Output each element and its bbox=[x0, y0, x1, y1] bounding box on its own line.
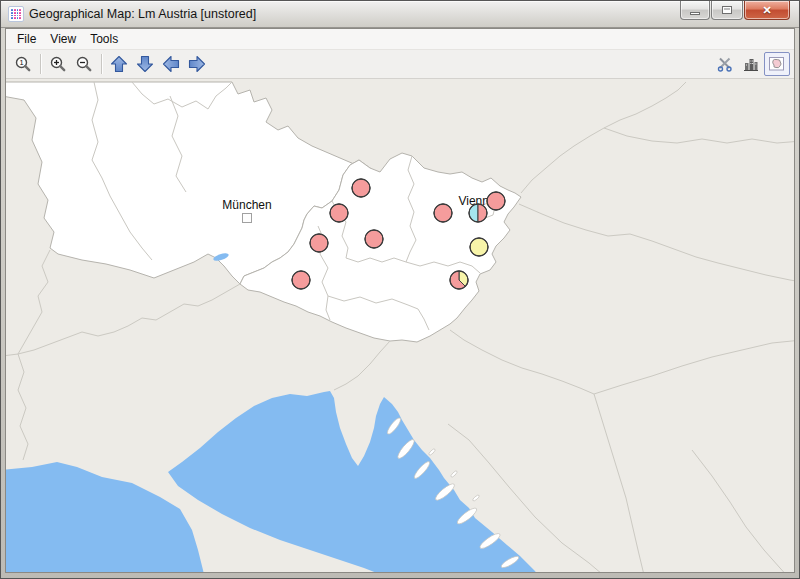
city-square-marker bbox=[243, 214, 252, 223]
data-point-marker[interactable] bbox=[330, 204, 348, 222]
svg-text:1: 1 bbox=[19, 58, 23, 67]
tools-button[interactable] bbox=[712, 52, 738, 76]
arrow-left-icon bbox=[162, 55, 180, 73]
menu-bar: FileViewTools bbox=[6, 29, 794, 50]
data-point-marker[interactable] bbox=[469, 204, 487, 222]
menu-item-view[interactable]: View bbox=[43, 30, 83, 48]
minimize-icon bbox=[690, 12, 700, 15]
close-button[interactable]: ✕ bbox=[744, 1, 790, 20]
data-point-marker[interactable] bbox=[365, 230, 383, 248]
buildings-icon bbox=[742, 55, 760, 73]
geographical-map-window: Geographical Map: Lm Austria [unstored] … bbox=[0, 0, 800, 579]
zoom-out-button[interactable] bbox=[71, 52, 97, 76]
data-point-marker[interactable] bbox=[470, 238, 488, 256]
data-point-marker[interactable] bbox=[310, 234, 328, 252]
toolbar: 1 bbox=[6, 50, 794, 79]
app-icon bbox=[8, 6, 24, 22]
map-svg: MünchenVienna bbox=[6, 79, 794, 572]
city-label: München bbox=[222, 198, 271, 212]
pan-down-button[interactable] bbox=[132, 52, 158, 76]
zoom-original-icon: 1 bbox=[14, 55, 32, 73]
close-icon: ✕ bbox=[762, 5, 771, 16]
zoom-out-icon bbox=[75, 55, 93, 73]
maximize-button[interactable] bbox=[711, 1, 743, 20]
menu-item-file[interactable]: File bbox=[10, 30, 43, 48]
pan-up-button[interactable] bbox=[106, 52, 132, 76]
toolbar-separator bbox=[101, 54, 102, 74]
client-area: FileViewTools 1 bbox=[5, 28, 795, 573]
region-shape-icon bbox=[768, 55, 786, 73]
regions-button[interactable] bbox=[764, 52, 790, 76]
menu-item-tools[interactable]: Tools bbox=[83, 30, 125, 48]
window-title: Geographical Map: Lm Austria [unstored] bbox=[29, 1, 256, 28]
pan-right-button[interactable] bbox=[184, 52, 210, 76]
data-point-marker[interactable] bbox=[352, 179, 370, 197]
cities-button[interactable] bbox=[738, 52, 764, 76]
zoom-original-button[interactable]: 1 bbox=[10, 52, 36, 76]
map-canvas[interactable]: MünchenVienna bbox=[6, 79, 794, 572]
data-point-marker[interactable] bbox=[292, 271, 310, 289]
arrow-right-icon bbox=[188, 55, 206, 73]
data-point-marker[interactable] bbox=[450, 271, 468, 289]
toolbar-separator bbox=[40, 54, 41, 74]
zoom-in-icon bbox=[49, 55, 67, 73]
arrow-down-icon bbox=[136, 55, 154, 73]
pan-left-button[interactable] bbox=[158, 52, 184, 76]
zoom-in-button[interactable] bbox=[45, 52, 71, 76]
title-bar[interactable]: Geographical Map: Lm Austria [unstored] … bbox=[1, 1, 799, 28]
data-point-marker[interactable] bbox=[434, 204, 452, 222]
arrow-up-icon bbox=[110, 55, 128, 73]
crossed-tools-icon bbox=[716, 55, 734, 73]
minimize-button[interactable] bbox=[680, 1, 710, 20]
maximize-icon bbox=[722, 6, 732, 14]
data-point-marker[interactable] bbox=[487, 192, 505, 210]
